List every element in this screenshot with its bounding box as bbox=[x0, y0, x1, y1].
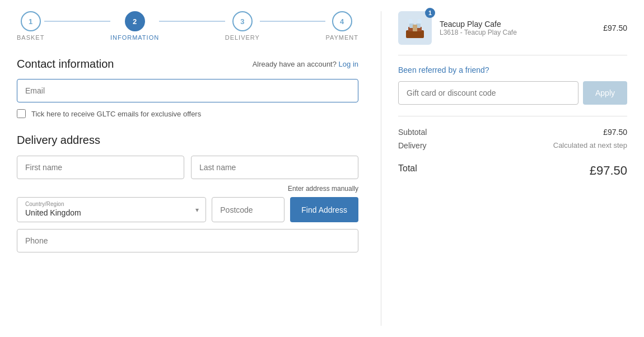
step-label-delivery: DELIVERY bbox=[225, 34, 260, 41]
subtotal-label: Subtotal bbox=[398, 128, 427, 137]
step-circle-basket: 1 bbox=[21, 11, 41, 31]
email-input[interactable] bbox=[17, 79, 358, 102]
last-name-input[interactable] bbox=[191, 156, 358, 179]
subtotal-row: Subtotal £97.50 bbox=[398, 128, 627, 137]
step-payment: 4 PAYMENT bbox=[325, 11, 358, 41]
country-value: United Kingdom bbox=[17, 207, 206, 222]
delivery-label: Delivery bbox=[398, 141, 427, 150]
delivery-row: Delivery Calculated at next step bbox=[398, 141, 627, 150]
contact-title: Contact information bbox=[17, 58, 114, 71]
country-select[interactable]: Country/Region United Kingdom ▾ bbox=[17, 197, 206, 222]
totals-section: Subtotal £97.50 Delivery Calculated at n… bbox=[398, 128, 627, 178]
find-address-button[interactable]: Find Address bbox=[290, 197, 358, 222]
apply-button[interactable]: Apply bbox=[583, 81, 627, 105]
left-panel: 1 BASKET 2 INFORMATION 3 DELIVERY 4 PAYM… bbox=[17, 11, 358, 326]
login-link[interactable]: Log in bbox=[339, 60, 358, 68]
product-image-wrapper: 1 bbox=[398, 11, 432, 45]
newsletter-checkbox-row: Tick here to receive GLTC emails for exc… bbox=[17, 109, 358, 118]
step-line-2 bbox=[159, 21, 225, 22]
step-label-payment: PAYMENT bbox=[325, 34, 358, 41]
address-row: Country/Region United Kingdom ▾ Find Add… bbox=[17, 197, 358, 222]
step-information: 2 INFORMATION bbox=[110, 11, 159, 41]
phone-input[interactable] bbox=[17, 229, 358, 252]
enter-manual-link[interactable]: Enter address manually bbox=[17, 185, 358, 193]
step-delivery: 3 DELIVERY bbox=[225, 11, 260, 41]
step-line-1 bbox=[44, 21, 110, 22]
step-label-basket: BASKET bbox=[17, 34, 44, 41]
product-row: 1 Teacup Play Cafe L3618 - Teacup Play C… bbox=[398, 11, 627, 55]
step-circle-delivery: 3 bbox=[232, 11, 253, 31]
product-sku: L3618 - Teacup Play Cafe bbox=[440, 29, 595, 36]
subtotal-value: £97.50 bbox=[603, 128, 627, 137]
step-label-information: INFORMATION bbox=[110, 34, 159, 41]
newsletter-checkbox[interactable] bbox=[17, 109, 26, 118]
step-basket: 1 BASKET bbox=[17, 11, 44, 41]
contact-section-header: Contact information Already have an acco… bbox=[17, 58, 358, 71]
phone-row bbox=[17, 229, 358, 252]
svg-point-5 bbox=[408, 19, 413, 24]
total-label: Total bbox=[398, 163, 417, 178]
total-row: Total £97.50 bbox=[398, 158, 627, 178]
delivery-value: Calculated at next step bbox=[553, 141, 627, 150]
right-panel: 1 Teacup Play Cafe L3618 - Teacup Play C… bbox=[381, 11, 627, 326]
svg-rect-0 bbox=[406, 30, 424, 38]
svg-rect-4 bbox=[413, 25, 417, 31]
product-info: Teacup Play Cafe L3618 - Teacup Play Caf… bbox=[440, 20, 595, 36]
account-prompt: Already have an account? Log in bbox=[253, 60, 358, 68]
svg-point-6 bbox=[417, 19, 422, 24]
country-label: Country/Region bbox=[17, 198, 206, 207]
product-price: £97.50 bbox=[603, 24, 627, 32]
postcode-input[interactable] bbox=[212, 197, 284, 222]
quantity-badge: 1 bbox=[425, 8, 435, 18]
step-circle-payment: 4 bbox=[332, 11, 352, 31]
first-name-input[interactable] bbox=[17, 156, 184, 179]
name-row bbox=[17, 156, 358, 179]
delivery-address-title: Delivery address bbox=[17, 134, 358, 147]
step-line-3 bbox=[260, 21, 326, 22]
account-prompt-text: Already have an account? bbox=[253, 60, 337, 68]
referral-title: Been referred by a friend? bbox=[398, 65, 627, 74]
chevron-down-icon: ▾ bbox=[195, 206, 199, 214]
total-value: £97.50 bbox=[590, 163, 627, 178]
product-name: Teacup Play Cafe bbox=[440, 20, 595, 29]
discount-row: Apply bbox=[398, 81, 627, 116]
email-wrapper bbox=[17, 79, 358, 102]
stepper: 1 BASKET 2 INFORMATION 3 DELIVERY 4 PAYM… bbox=[17, 11, 358, 41]
discount-input[interactable] bbox=[398, 81, 578, 105]
step-circle-information: 2 bbox=[125, 11, 145, 31]
newsletter-label: Tick here to receive GLTC emails for exc… bbox=[31, 110, 201, 118]
